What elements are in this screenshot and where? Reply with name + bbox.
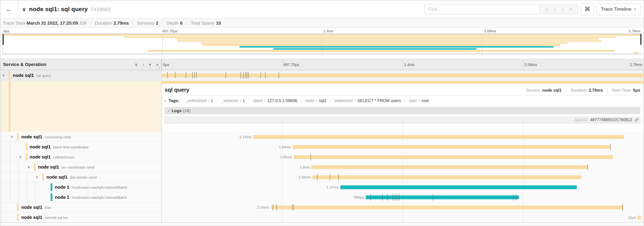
span-bar[interactable] <box>312 165 588 169</box>
indent-guide <box>2 172 2 182</box>
chevron-down-icon[interactable]: ∨ <box>10 135 13 139</box>
expand-all-icon[interactable]: » <box>156 62 158 67</box>
minimap-span-bar <box>634 52 638 54</box>
span-timeline-cell[interactable]: 2.14ms <box>162 132 644 142</box>
chevron-down-icon[interactable]: ∨ <box>36 175 38 179</box>
span-row[interactable]: ∨node sql1consuming rows2.14ms <box>0 132 644 142</box>
span-bar[interactable] <box>312 175 582 179</box>
chevron-right-icon[interactable]: › <box>165 98 166 103</box>
span-name-cell[interactable]: ∨node sql1sql query <box>0 70 162 81</box>
start-time-value: 0μs <box>633 88 640 93</box>
trace-title-wrap: ∨ node sql1: sql query 7418682 <box>18 0 424 18</box>
span-row[interactable]: node sql1commit sql txn14μs <box>0 212 644 222</box>
span-timeline-cell[interactable]: 1.56ms <box>162 172 644 182</box>
tag-item: _verbose=1 <box>217 98 249 103</box>
span-name-cell[interactable]: ∨node sql1txn coordinator send <box>0 162 162 172</box>
timeline-minimap[interactable] <box>2 34 642 54</box>
span-name-cell[interactable]: node sql1batch flow coordinator <box>0 142 162 152</box>
span-name-cell[interactable]: ∨node sql1consuming rows <box>0 132 162 142</box>
column-resizer-grip[interactable]: ∥ <box>158 66 160 69</box>
tags-row[interactable]: › Tags: _unfinished=1 _verbose=1 client=… <box>164 95 641 105</box>
span-row[interactable]: ∨node sql1dist sender send1.56ms <box>0 172 644 182</box>
clear-search-icon[interactable]: ✕ <box>569 7 572 11</box>
indent-guide <box>2 182 2 192</box>
span-row[interactable]: node 1/cockroach.roachpb.Internal/Batch8… <box>0 192 644 202</box>
span-name-cell[interactable]: node sql1flow <box>0 202 162 212</box>
span-bar[interactable] <box>271 205 623 209</box>
locate-icon[interactable]: ◎ <box>545 7 549 11</box>
operation-name: dist sender send <box>70 175 96 179</box>
operation-name: colbatchscan <box>53 155 74 159</box>
operation-name: batch flow coordinator <box>53 145 88 149</box>
trace-start-label: Trace Start <box>3 20 25 26</box>
service-operation-title: Service & Operation <box>3 62 130 67</box>
log-marker <box>338 174 339 180</box>
span-name-cell[interactable]: ∨node sql1colbatchscan <box>0 152 162 162</box>
span-row[interactable]: node sql1batch flow coordinator1.84ms <box>0 142 644 152</box>
find-group: ◎ ∧ ∨ ✕ <box>424 4 578 14</box>
log-marker <box>248 72 248 78</box>
indent-guide <box>10 162 10 172</box>
log-marker <box>382 194 382 201</box>
service-name: node sql1colbatchscan <box>30 154 74 159</box>
span-row[interactable]: ∨node sql1sql query <box>0 70 644 81</box>
span-row[interactable]: node 1/cockroach.roachpb.Internal/Batch1… <box>0 182 644 192</box>
chevron-down-icon[interactable]: ∨ <box>2 73 5 78</box>
expand-one-icon[interactable]: › <box>143 62 144 67</box>
span-timeline-cell[interactable]: 2.04ms <box>162 202 644 212</box>
span-timeline-cell[interactable]: 886μs <box>162 192 644 202</box>
span-timeline-cell[interactable]: 1.37ms <box>162 182 644 192</box>
trace-summary-bar: Trace Start March 31 2022, 17:25:09.326 … <box>0 19 644 28</box>
minimap-left-scrubber[interactable] <box>2 34 4 45</box>
operation-name: commit sql txn <box>45 215 68 219</box>
span-color-bar <box>34 163 36 171</box>
span-timeline-cell[interactable]: 1.85ms <box>162 152 644 162</box>
span-row[interactable]: node sql1flow2.04ms <box>0 202 644 212</box>
span-bar[interactable] <box>294 155 613 159</box>
collapse-deep-icon[interactable]: ⩔ <box>149 62 151 67</box>
back-button[interactable]: ← <box>0 0 18 18</box>
next-result-icon[interactable]: ∨ <box>561 7 564 11</box>
span-timeline-cell[interactable]: 1.84ms <box>162 142 644 152</box>
span-bar[interactable] <box>638 215 641 219</box>
span-name-cell[interactable]: node 1/cockroach.roachpb.Internal/Batch <box>0 192 162 202</box>
span-bar[interactable] <box>366 195 519 199</box>
services-label: Services <box>137 20 154 26</box>
log-marker <box>622 204 623 211</box>
find-input[interactable] <box>424 4 540 14</box>
span-name-cell[interactable]: ∨node sql1dist sender send <box>0 172 162 182</box>
span-bar[interactable] <box>340 185 577 189</box>
minimap-span-bar <box>202 44 560 46</box>
prev-result-icon[interactable]: ∧ <box>553 7 556 11</box>
indent-guide <box>10 182 10 192</box>
span-bar[interactable] <box>292 145 610 149</box>
minimap-right-scrubber[interactable] <box>640 34 642 45</box>
span-row[interactable]: ∨node sql1colbatchscan1.85ms <box>0 152 644 162</box>
span-bar[interactable] <box>162 74 643 77</box>
span-name-cell[interactable]: node 1/cockroach.roachpb.Internal/Batch <box>0 182 162 192</box>
logs-toggle[interactable]: › Logs (18) <box>165 107 640 114</box>
collapse-all-icon[interactable]: ∨ <box>135 62 138 67</box>
service-label: Service: <box>526 88 541 93</box>
chevron-down-icon[interactable]: ∨ <box>19 155 22 159</box>
span-timeline-cell[interactable]: 14μs <box>162 212 644 222</box>
keyboard-shortcuts-button[interactable]: ⌘ <box>581 3 594 15</box>
span-duration-label: 2.04ms <box>257 202 271 212</box>
span-bar[interactable] <box>253 135 624 139</box>
operation-name: sql query <box>36 73 51 78</box>
span-row[interactable]: ∨node sql1txn coordinator send1.6ms <box>0 162 644 172</box>
link-icon[interactable] <box>635 118 639 122</box>
chevron-down-icon[interactable]: ∨ <box>28 165 30 169</box>
minimap-span-bar <box>124 36 616 38</box>
indent-guide <box>35 192 35 202</box>
span-timeline-cell[interactable]: 1.6ms <box>162 162 644 172</box>
log-marker <box>175 72 176 78</box>
collapse-trace-chevron-icon[interactable]: ∨ <box>22 6 26 12</box>
span-timeline-cell[interactable] <box>162 70 644 81</box>
service-name: node sql1batch flow coordinator <box>30 144 89 149</box>
log-marker <box>246 72 246 78</box>
indent-guide <box>18 182 18 192</box>
minimap-span-bar <box>2 34 642 36</box>
trace-view-selector-button[interactable]: Trace Timeline ∨ <box>596 3 641 15</box>
span-name-cell[interactable]: node sql1commit sql txn <box>0 212 162 222</box>
